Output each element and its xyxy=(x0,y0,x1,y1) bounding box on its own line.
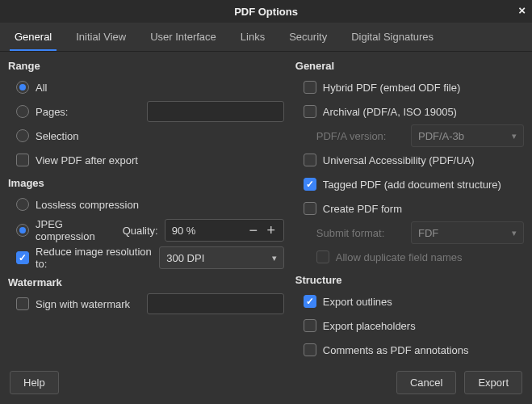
tab-general[interactable]: General xyxy=(10,26,57,51)
check-tagged-pdf[interactable] xyxy=(304,178,316,191)
help-button[interactable]: Help xyxy=(10,371,59,394)
label-submit-format: Submit format: xyxy=(316,227,385,239)
label-tagged-pdf: Tagged PDF (add document structure) xyxy=(323,179,501,191)
label-jpeg: JPEG compression xyxy=(36,218,113,242)
check-create-form[interactable] xyxy=(304,202,316,215)
label-export-placeholders: Export placeholders xyxy=(323,320,416,332)
check-export-placeholders[interactable] xyxy=(304,319,316,332)
label-duplicate-fields: Allow duplicate field names xyxy=(336,251,463,263)
pages-input[interactable] xyxy=(147,101,284,122)
check-reduce-resolution[interactable] xyxy=(16,251,29,264)
left-column: Range All Pages: Selection View PDF afte… xyxy=(8,57,284,363)
quality-spinner[interactable]: 90 % − + xyxy=(165,219,284,242)
check-view-after[interactable] xyxy=(16,154,29,166)
tab-user-interface[interactable]: User Interface xyxy=(145,26,221,51)
label-pdfa-version: PDF/A version: xyxy=(316,130,387,142)
label-archival: Archival (PDF/A, ISO 19005) xyxy=(323,106,457,118)
label-create-form: Create PDF form xyxy=(323,203,402,215)
general-title: General xyxy=(295,60,524,72)
check-sign-watermark[interactable] xyxy=(16,297,29,310)
tab-security[interactable]: Security xyxy=(284,26,332,51)
radio-selection[interactable] xyxy=(16,129,29,142)
check-export-outlines[interactable] xyxy=(304,295,316,308)
resolution-value: 300 DPI xyxy=(166,252,204,264)
structure-title: Structure xyxy=(295,274,524,286)
label-quality: Quality: xyxy=(123,225,158,237)
label-view-after: View PDF after export xyxy=(36,154,138,166)
check-hybrid[interactable] xyxy=(304,81,316,94)
chevron-down-icon: ▾ xyxy=(512,228,517,238)
label-reduce-resolution: Reduce image resolution to: xyxy=(36,246,153,270)
label-selection: Selection xyxy=(36,130,78,142)
label-export-outlines: Export outlines xyxy=(323,296,392,308)
label-sign-watermark: Sign with watermark xyxy=(36,298,130,310)
check-universal-accessibility[interactable] xyxy=(304,154,316,166)
watermark-input[interactable] xyxy=(147,293,284,314)
minus-icon[interactable]: − xyxy=(245,222,262,239)
range-title: Range xyxy=(8,60,284,72)
pdfa-combo: PDF/A-3b ▾ xyxy=(411,124,524,147)
resolution-combo[interactable]: 300 DPI ▾ xyxy=(159,246,283,269)
check-comments-annotations[interactable] xyxy=(304,343,316,356)
chevron-down-icon: ▾ xyxy=(512,131,517,141)
label-all: All xyxy=(36,82,47,94)
submit-value: FDF xyxy=(418,227,438,239)
label-pages: Pages: xyxy=(36,106,68,118)
radio-jpeg[interactable] xyxy=(16,224,29,237)
check-duplicate-fields xyxy=(316,250,329,263)
cancel-button[interactable]: Cancel xyxy=(396,371,456,394)
footer: Help Cancel Export xyxy=(0,364,532,404)
watermark-title: Watermark xyxy=(8,276,284,288)
label-hybrid: Hybrid PDF (embed ODF file) xyxy=(323,82,460,94)
label-universal-accessibility: Universal Accessibility (PDF/UA) xyxy=(323,154,475,166)
check-archival[interactable] xyxy=(304,105,316,118)
label-comments-annotations: Comments as PDF annotations xyxy=(323,344,469,356)
images-title: Images xyxy=(8,177,284,189)
label-lossless: Lossless compression xyxy=(36,199,139,211)
tab-digital-signatures[interactable]: Digital Signatures xyxy=(346,26,438,51)
tab-initial-view[interactable]: Initial View xyxy=(71,26,131,51)
quality-value: 90 % xyxy=(172,225,245,237)
pdfa-value: PDF/A-3b xyxy=(418,130,464,142)
close-icon[interactable]: × xyxy=(518,3,526,17)
window-title: PDF Options xyxy=(234,6,298,18)
radio-all[interactable] xyxy=(16,81,29,94)
chevron-down-icon: ▾ xyxy=(272,253,277,263)
tab-links[interactable]: Links xyxy=(236,26,270,51)
plus-icon[interactable]: + xyxy=(262,222,280,239)
radio-pages[interactable] xyxy=(16,105,29,118)
radio-lossless[interactable] xyxy=(16,198,29,211)
titlebar: PDF Options × xyxy=(0,0,532,23)
submit-combo: FDF ▾ xyxy=(411,221,524,244)
right-column: General Hybrid PDF (embed ODF file) Arch… xyxy=(295,57,524,363)
export-button[interactable]: Export xyxy=(464,371,522,394)
tab-bar: General Initial View User Interface Link… xyxy=(0,23,532,52)
